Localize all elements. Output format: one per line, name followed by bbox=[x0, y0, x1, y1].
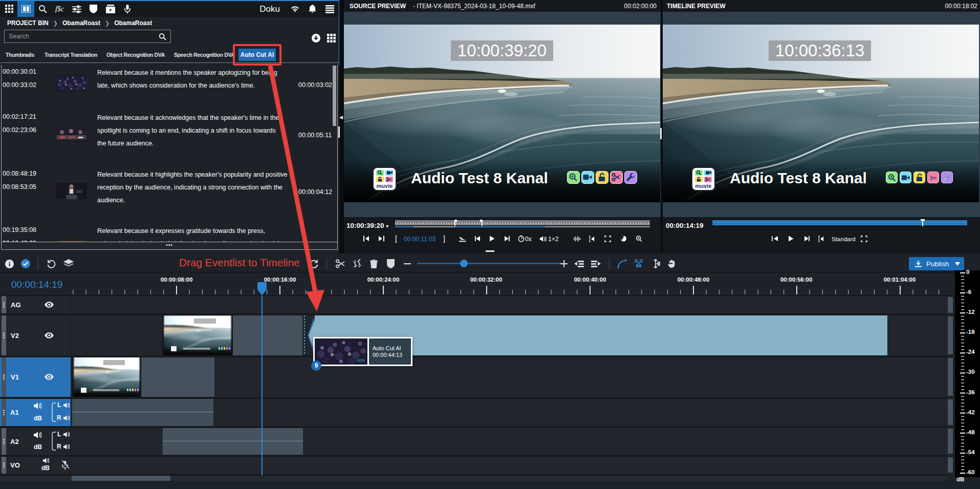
svg-text:muvie: muvie bbox=[695, 183, 712, 189]
svg-text:muvie: muvie bbox=[377, 183, 393, 189]
svg-text:]: ] bbox=[443, 235, 445, 243]
svg-text:0x: 0x bbox=[525, 236, 532, 243]
svg-text:[: [ bbox=[395, 235, 397, 243]
svg-text:1+2: 1+2 bbox=[548, 236, 559, 243]
svg-text:00:00:11:03: 00:00:11:03 bbox=[404, 236, 436, 243]
svg-text:Standard: Standard bbox=[832, 236, 856, 242]
